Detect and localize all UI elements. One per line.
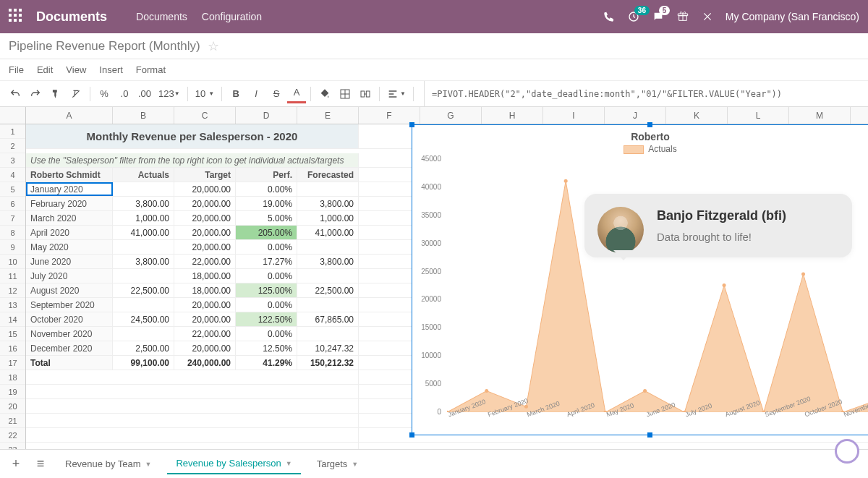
month-cell[interactable]: May 2020 bbox=[26, 240, 113, 254]
row-header-13[interactable]: 13 bbox=[0, 298, 25, 312]
bold-button[interactable]: B bbox=[226, 85, 245, 103]
italic-button[interactable]: I bbox=[247, 85, 265, 103]
month-cell[interactable]: October 2020 bbox=[26, 312, 113, 326]
row-header-20[interactable]: 20 bbox=[0, 399, 25, 414]
total-actuals[interactable]: 99,100.00 bbox=[113, 356, 174, 370]
row-header-19[interactable]: 19 bbox=[0, 385, 25, 399]
chat-icon[interactable]: 5 bbox=[652, 10, 665, 23]
forecast-cell[interactable]: 3,800.00 bbox=[297, 255, 359, 268]
forecast-cell[interactable] bbox=[297, 327, 359, 341]
sheet-list-button[interactable]: ≡ bbox=[32, 456, 49, 473]
row-header-4[interactable]: 4 bbox=[0, 168, 25, 182]
empty-cell[interactable] bbox=[26, 370, 359, 384]
row-header-15[interactable]: 15 bbox=[0, 327, 25, 341]
chart[interactable]: Roberto Actuals 050001000015000200002500… bbox=[412, 124, 868, 435]
row-header-1[interactable]: 1 bbox=[0, 124, 25, 139]
target-cell[interactable]: 20,000.00 bbox=[174, 240, 236, 254]
empty-cell[interactable] bbox=[26, 399, 359, 413]
salesperson-name[interactable]: Roberto Schmidt bbox=[26, 168, 113, 182]
target-cell[interactable]: 20,000.00 bbox=[174, 211, 236, 225]
text-color-button[interactable]: A bbox=[287, 85, 306, 103]
fontsize-select[interactable]: 10 ▼ bbox=[192, 85, 217, 103]
total-label[interactable]: Total bbox=[26, 356, 113, 370]
forecast-cell[interactable]: 10,247.32 bbox=[297, 341, 359, 355]
clock-icon[interactable]: 36 bbox=[627, 10, 640, 23]
actuals-cell[interactable]: 1,000.00 bbox=[113, 211, 174, 225]
number-format-button[interactable]: 123 ▼ bbox=[156, 85, 183, 103]
chevron-down-icon[interactable]: ▼ bbox=[286, 460, 292, 467]
select-all-corner[interactable] bbox=[0, 107, 26, 124]
col-header-D[interactable]: D bbox=[236, 107, 297, 124]
forecast-cell[interactable]: 22,500.00 bbox=[297, 283, 359, 297]
row-header-2[interactable]: 2 bbox=[0, 139, 25, 153]
perf-cell[interactable]: 122.50% bbox=[236, 312, 297, 326]
menu-view[interactable]: View bbox=[66, 64, 86, 75]
month-cell[interactable]: June 2020 bbox=[26, 255, 113, 268]
borders-icon[interactable] bbox=[336, 85, 354, 103]
actuals-cell[interactable]: 24,500.00 bbox=[113, 312, 174, 326]
row-header-6[interactable]: 6 bbox=[0, 197, 25, 211]
perf-cell[interactable]: 17.27% bbox=[236, 255, 297, 268]
forecast-cell[interactable] bbox=[297, 269, 359, 283]
target-cell[interactable]: 20,000.00 bbox=[174, 197, 236, 210]
actuals-cell[interactable]: 3,800.00 bbox=[113, 255, 174, 268]
chart-handle-nw[interactable] bbox=[409, 122, 414, 127]
align-icon[interactable]: ▼ bbox=[384, 85, 409, 103]
sheet-title[interactable]: Monthly Revenue per Salesperson - 2020 bbox=[26, 124, 359, 148]
topmenu-documents[interactable]: Documents bbox=[136, 11, 187, 22]
menu-format[interactable]: Format bbox=[136, 64, 166, 75]
percent-button[interactable]: % bbox=[95, 85, 114, 103]
menu-edit[interactable]: Edit bbox=[37, 64, 53, 75]
month-cell[interactable]: January 2020 bbox=[26, 182, 113, 196]
month-cell[interactable]: September 2020 bbox=[26, 298, 113, 312]
col-header-M[interactable]: M bbox=[789, 107, 851, 124]
chart-handle-s[interactable] bbox=[647, 432, 652, 438]
perf-cell[interactable]: 125.00% bbox=[236, 283, 297, 297]
col-header-E[interactable]: E bbox=[297, 107, 359, 124]
cells-area[interactable]: Monthly Revenue per Salesperson - 2020 U… bbox=[26, 124, 868, 470]
help-bubble-icon[interactable] bbox=[835, 439, 859, 464]
actuals-cell[interactable]: 41,000.00 bbox=[113, 226, 174, 239]
month-cell[interactable]: July 2020 bbox=[26, 269, 113, 283]
target-cell[interactable]: 22,000.00 bbox=[174, 255, 236, 268]
instruction[interactable]: Use the "Salesperson" filter from the to… bbox=[26, 153, 359, 167]
total-perf[interactable]: 41.29% bbox=[236, 356, 297, 370]
target-cell[interactable]: 20,000.00 bbox=[174, 298, 236, 312]
target-cell[interactable]: 20,000.00 bbox=[174, 226, 236, 239]
row-header-11[interactable]: 11 bbox=[0, 269, 25, 283]
apps-icon[interactable] bbox=[9, 9, 25, 25]
col-header-J[interactable]: J bbox=[605, 107, 666, 124]
perf-cell[interactable]: 0.00% bbox=[236, 327, 297, 341]
actuals-cell[interactable]: 3,800.00 bbox=[113, 197, 174, 210]
favorite-star-icon[interactable]: ☆ bbox=[208, 38, 219, 54]
row-header-9[interactable]: 9 bbox=[0, 240, 25, 255]
chart-handle-sw[interactable] bbox=[409, 432, 414, 438]
empty-cell[interactable] bbox=[26, 385, 359, 398]
chevron-down-icon[interactable]: ▼ bbox=[352, 461, 358, 468]
row-header-21[interactable]: 21 bbox=[0, 414, 25, 428]
add-sheet-button[interactable]: + bbox=[7, 456, 25, 473]
col-header-G[interactable]: G bbox=[420, 107, 482, 124]
month-cell[interactable]: December 2020 bbox=[26, 341, 113, 355]
row-header-3[interactable]: 3 bbox=[0, 153, 25, 168]
hdr-target[interactable]: Target bbox=[174, 168, 236, 182]
company-name[interactable]: My Company (San Francisco) bbox=[726, 11, 859, 22]
target-cell[interactable]: 18,000.00 bbox=[174, 269, 236, 283]
col-header-H[interactable]: H bbox=[482, 107, 543, 124]
total-forecast[interactable]: 150,212.32 bbox=[297, 356, 359, 370]
row-header-10[interactable]: 10 bbox=[0, 255, 25, 269]
month-cell[interactable]: November 2020 bbox=[26, 327, 113, 341]
month-cell[interactable]: August 2020 bbox=[26, 283, 113, 297]
row-header-12[interactable]: 12 bbox=[0, 283, 25, 298]
sheet-tab-1[interactable]: Revenue by Salesperson▼ bbox=[167, 453, 300, 474]
row-header-14[interactable]: 14 bbox=[0, 312, 25, 327]
chevron-down-icon[interactable]: ▼ bbox=[145, 461, 152, 468]
actuals-cell[interactable]: 22,500.00 bbox=[113, 283, 174, 297]
paint-format-icon[interactable] bbox=[46, 85, 65, 103]
perf-cell[interactable]: 0.00% bbox=[236, 269, 297, 283]
decimal-inc-button[interactable]: .00 bbox=[135, 85, 154, 103]
perf-cell[interactable]: 0.00% bbox=[236, 182, 297, 196]
target-cell[interactable]: 18,000.00 bbox=[174, 283, 236, 297]
row-header-7[interactable]: 7 bbox=[0, 211, 25, 226]
perf-cell[interactable]: 0.00% bbox=[236, 298, 297, 312]
